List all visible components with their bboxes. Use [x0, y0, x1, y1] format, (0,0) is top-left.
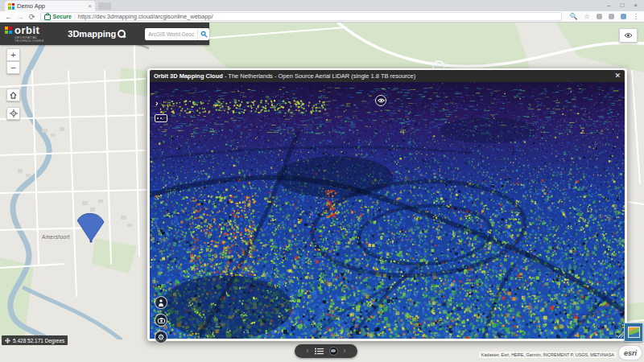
url-divider: | — [74, 14, 76, 19]
location-pin-icon — [118, 30, 126, 38]
window-maximize-button[interactable]: □ — [620, 2, 624, 9]
lidar-canvas[interactable] — [150, 82, 625, 339]
bookmark-star-icon[interactable]: ☆ — [584, 13, 590, 20]
coordinates-readout: 5.428 52.171 Degrees — [2, 335, 68, 345]
viewer-modal: Orbit 3D Mapping Cloud - The Netherlands… — [147, 68, 627, 341]
browser-address-bar: ← → ⟳ Secure | https://dev.3dmapping.clo… — [0, 11, 644, 23]
lock-icon — [44, 14, 51, 20]
esri-logo: esri — [619, 346, 642, 360]
zoom-in-button[interactable]: + — [6, 48, 20, 61]
eye-icon — [378, 98, 385, 103]
orbit-squares-icon — [5, 27, 12, 35]
minimized-widget-button[interactable] — [624, 323, 643, 342]
viewer-title-brand: Orbit 3D Mapping Cloud — [154, 72, 223, 80]
coordinates-text: 5.428 52.171 Degrees — [13, 338, 64, 343]
screen: { "browser": { "tab": { "title": "Demo A… — [0, 0, 644, 362]
search-icon — [200, 31, 208, 38]
layer-list-icon[interactable] — [315, 348, 324, 355]
page-search-icon[interactable]: 🔍 — [570, 13, 578, 20]
browser-action-icons: 🔍 ☆ ⋮ — [570, 13, 639, 20]
locate-icon — [10, 109, 18, 117]
window-minimize-button[interactable]: – — [607, 2, 610, 9]
widget-thumbnail — [628, 327, 640, 338]
home-icon — [10, 92, 17, 99]
basemap-switcher: ‹ › — [295, 344, 357, 358]
viewer-title: Orbit 3D Mapping Cloud - The Netherlands… — [154, 72, 614, 80]
forward-icon[interactable]: → — [17, 13, 24, 21]
minimap-dot — [160, 117, 162, 119]
view-eye-button[interactable] — [375, 95, 386, 106]
minimap-dot — [157, 117, 159, 119]
eye-icon — [624, 32, 633, 39]
viewer-header[interactable]: Orbit 3D Mapping Cloud - The Netherlands… — [150, 70, 625, 82]
logo-square — [5, 27, 8, 30]
lidar-viewport: › ⚙ — [150, 82, 625, 339]
locate-button[interactable] — [6, 107, 20, 120]
extension-icon-2[interactable] — [609, 14, 614, 19]
new-tab-button[interactable] — [98, 2, 111, 10]
favicon-square — [12, 6, 15, 10]
back-icon[interactable]: ← — [5, 13, 12, 21]
viewer-title-rest: - The Netherlands - Open Source Aerial L… — [223, 72, 415, 80]
secure-badge: Secure — [53, 14, 72, 19]
url-field[interactable]: Secure | https://dev.3dmapping.cloud/arc… — [40, 12, 562, 21]
orbit-logo: orbit GEOSPATIAL TECHNOLOGIES — [5, 25, 55, 43]
product-label: 3Dmapping — [68, 29, 116, 39]
map-city-label: Amersfoort — [42, 234, 70, 240]
url-text: https://dev.3dmapping.cloud/arcgisonline… — [78, 13, 213, 20]
camera-button[interactable] — [155, 314, 167, 327]
basemap-globe-icon[interactable] — [329, 347, 338, 356]
window-controls: – □ × — [607, 0, 638, 10]
esri-logo-text: esri — [624, 349, 637, 357]
browser-tab-strip: Demo App × – □ × — [0, 0, 644, 11]
favicon-square — [8, 3, 11, 6]
person-icon — [158, 299, 164, 306]
brand-subtitle: GEOSPATIAL TECHNOLOGIES — [14, 36, 55, 43]
crosshair-icon — [5, 338, 10, 343]
window-close-button[interactable]: × — [634, 2, 638, 9]
brand-name: orbit — [14, 25, 55, 35]
favicon-square — [12, 3, 15, 6]
viewer-close-button[interactable]: ✕ — [614, 72, 621, 80]
browser-tab[interactable]: Demo App × — [5, 1, 95, 11]
tab-title: Demo App — [17, 2, 85, 10]
extension-icon-3[interactable] — [621, 14, 626, 19]
map-attribution: Kadaster, Esri, HERE, Garmin, INCREMENT … — [479, 352, 617, 358]
settings-button[interactable]: ⚙ — [155, 331, 167, 343]
tab-favicon-icon — [8, 3, 14, 10]
zoom-out-button[interactable]: − — [6, 61, 20, 74]
switcher-next-button[interactable]: › — [344, 348, 346, 355]
product-name: 3Dmapping — [68, 29, 126, 39]
visibility-button[interactable] — [619, 28, 638, 43]
app-toolbar: orbit GEOSPATIAL TECHNOLOGIES 3Dmapping — [0, 23, 209, 45]
browser-menu-icon[interactable]: ⋮ — [633, 13, 639, 20]
resize-handle[interactable] — [617, 331, 624, 338]
favicon-square — [8, 6, 11, 10]
logo-square — [5, 31, 8, 34]
panel-chevron-icon[interactable]: › — [155, 98, 159, 108]
logo-square — [9, 27, 12, 30]
pedestrian-view-button[interactable] — [155, 296, 167, 309]
home-button[interactable] — [6, 88, 20, 101]
geocode-search — [145, 28, 209, 40]
tab-close-icon[interactable]: × — [88, 3, 92, 10]
camera-icon — [158, 318, 165, 323]
switcher-prev-button[interactable]: ‹ — [307, 348, 309, 355]
search-input[interactable] — [145, 31, 197, 37]
search-button[interactable] — [197, 28, 209, 40]
extension-icon-1[interactable] — [597, 14, 602, 19]
logo-square — [9, 31, 12, 34]
reload-icon[interactable]: ⟳ — [29, 13, 35, 21]
minimap-toggle-button[interactable] — [155, 114, 167, 122]
